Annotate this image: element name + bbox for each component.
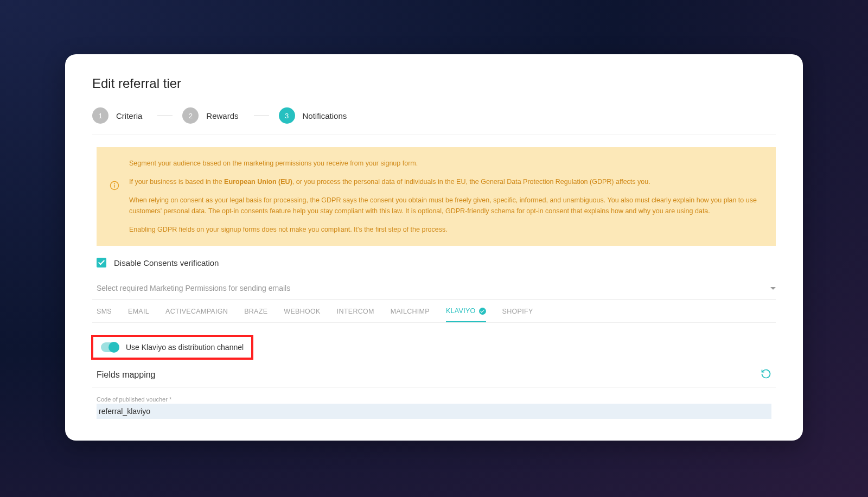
alert-p2: If your business is based in the Europea… [129,176,763,187]
gdpr-alert: Segment your audience based on the marke… [97,147,776,246]
checkbox-checked-icon[interactable] [97,258,106,267]
alert-p4: Enabling GDPR fields on your signup form… [129,224,763,235]
select-placeholder: Select required Marketing Permissions fo… [97,284,290,292]
tab-mailchimp[interactable]: MAILCHIMP [391,307,430,322]
marketing-permissions-select[interactable]: Select required Marketing Permissions fo… [92,279,776,300]
svg-point-2 [114,183,115,184]
alert-p1: Segment your audience based on the marke… [129,158,763,169]
tab-shopify[interactable]: SHOPIFY [502,307,533,322]
tab-braze[interactable]: BRAZE [244,307,267,322]
step-label: Notifications [303,111,347,120]
klaviyo-toggle[interactable] [101,342,119,352]
channel-tabs: SMS EMAIL ACTIVECAMPAIGN BRAZE WEBHOOK I… [92,300,776,323]
check-circle-icon [479,308,486,315]
tab-klaviyo[interactable]: KLAVIYO [446,307,486,322]
tab-intercom[interactable]: INTERCOM [337,307,374,322]
highlight-annotation: Use Klaviyo as distribution channel [91,335,253,360]
step-label: Rewards [206,111,238,120]
edit-referral-tier-card: Edit referral tier 1 Criteria 2 Rewards … [65,54,803,441]
voucher-code-field: Code of published voucher * [92,396,776,419]
chevron-down-icon [770,287,776,290]
step-number: 3 [279,107,295,124]
step-notifications[interactable]: 3 Notifications [279,107,357,124]
step-connector [254,116,269,116]
field-label: Code of published voucher * [97,396,771,403]
disable-consents-label: Disable Consents verification [114,258,219,267]
page-title: Edit referral tier [92,76,776,91]
voucher-code-input[interactable] [97,404,771,419]
step-rewards[interactable]: 2 Rewards [182,107,248,124]
tab-sms[interactable]: SMS [97,307,112,322]
fields-mapping-header: Fields mapping [92,363,776,387]
tab-label: KLAVIYO [446,307,476,315]
step-number: 1 [92,107,108,124]
klaviyo-toggle-label: Use Klaviyo as distribution channel [126,343,244,352]
tab-webhook[interactable]: WEBHOOK [284,307,320,322]
info-icon [110,181,119,235]
restore-icon[interactable] [761,368,771,381]
alert-p3: When relying on consent as your legal ba… [129,195,763,216]
step-criteria[interactable]: 1 Criteria [92,107,152,124]
step-label: Criteria [116,111,142,120]
step-connector [157,116,173,116]
tab-activecampaign[interactable]: ACTIVECAMPAIGN [165,307,228,322]
fields-mapping-title: Fields mapping [97,370,156,380]
disable-consents-row[interactable]: Disable Consents verification [97,258,776,267]
tab-email[interactable]: EMAIL [128,307,149,322]
step-number: 2 [182,107,199,124]
wizard-steps: 1 Criteria 2 Rewards 3 Notifications [92,107,776,135]
alert-content: Segment your audience based on the marke… [129,158,763,235]
